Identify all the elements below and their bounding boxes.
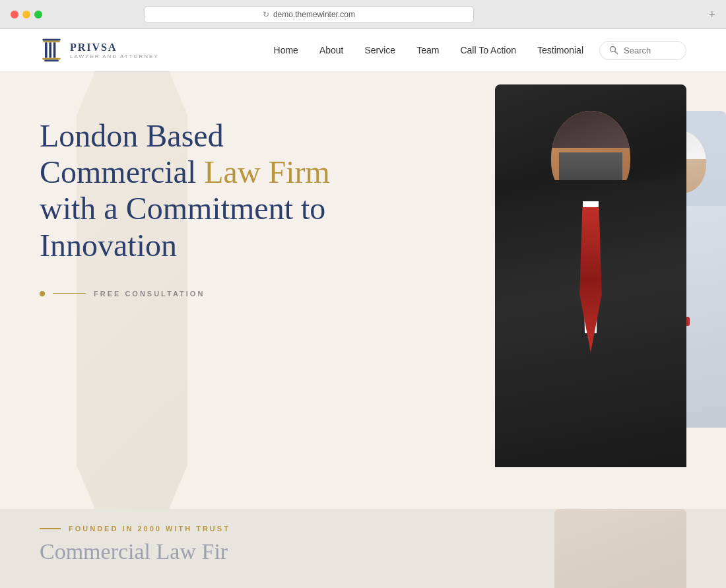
bottom-headline: Commercial Law Fir bbox=[40, 539, 686, 564]
svg-line-8 bbox=[615, 51, 618, 54]
close-button[interactable] bbox=[11, 11, 18, 18]
svg-rect-5 bbox=[44, 60, 59, 62]
hair bbox=[551, 111, 630, 148]
browser-chrome: ↻ demo.themewinter.com + bbox=[0, 0, 726, 29]
bottom-section: FOUNDED IN 2000 WITH TRUST Commercial La… bbox=[0, 509, 726, 588]
cta-line-bar bbox=[53, 293, 86, 294]
search-input[interactable] bbox=[624, 46, 676, 55]
nav-link-about[interactable]: About bbox=[319, 45, 344, 55]
headline-line1: London Based bbox=[40, 118, 224, 153]
fullscreen-button[interactable] bbox=[34, 11, 42, 18]
headline-line3: with a Commitment to bbox=[40, 191, 325, 226]
nav-item-team[interactable]: Team bbox=[416, 44, 439, 56]
url-text: demo.themewinter.com bbox=[273, 10, 355, 19]
headline-line2-accent: Law Firm bbox=[204, 154, 330, 189]
navbar: PRIVSA LAWYER AND ATTORNEY Home About Se… bbox=[0, 29, 726, 71]
nav-links: Home About Service Team Call To Action T… bbox=[274, 44, 583, 56]
hero-section: London Based Commercial Law Firm with a … bbox=[0, 71, 726, 509]
refresh-icon: ↻ bbox=[263, 10, 269, 19]
founded-dash bbox=[40, 528, 61, 529]
search-bar[interactable] bbox=[599, 41, 686, 60]
hero-image bbox=[442, 71, 726, 509]
logo[interactable]: PRIVSA LAWYER AND ATTORNEY bbox=[40, 37, 159, 63]
logo-name: PRIVSA bbox=[70, 42, 159, 53]
nav-item-about[interactable]: About bbox=[319, 44, 344, 56]
headline-line2-normal: Commercial bbox=[40, 154, 204, 189]
minimize-button[interactable] bbox=[22, 11, 30, 18]
logo-text: PRIVSA LAWYER AND ATTORNEY bbox=[70, 42, 159, 59]
url-bar[interactable]: ↻ demo.themewinter.com bbox=[144, 6, 474, 23]
nav-link-cta[interactable]: Call To Action bbox=[460, 45, 516, 55]
website-content: PRIVSA LAWYER AND ATTORNEY Home About Se… bbox=[0, 29, 726, 588]
person-main bbox=[495, 84, 686, 467]
hero-content: London Based Commercial Law Firm with a … bbox=[0, 71, 449, 298]
nav-link-home[interactable]: Home bbox=[274, 45, 298, 55]
search-icon bbox=[609, 46, 618, 55]
svg-rect-2 bbox=[49, 42, 51, 58]
nav-link-team[interactable]: Team bbox=[416, 45, 439, 55]
svg-rect-0 bbox=[43, 40, 59, 42]
hero-headline: London Based Commercial Law Firm with a … bbox=[40, 117, 409, 263]
nav-item-cta[interactable]: Call To Action bbox=[460, 44, 516, 56]
nav-item-testimonial[interactable]: Testimonial bbox=[537, 44, 583, 56]
new-tab-button[interactable]: + bbox=[709, 9, 715, 20]
nav-item-home[interactable]: Home bbox=[274, 44, 298, 56]
logo-tagline: LAWYER AND ATTORNEY bbox=[70, 53, 159, 59]
nav-link-testimonial[interactable]: Testimonial bbox=[537, 45, 583, 55]
nav-link-service[interactable]: Service bbox=[364, 45, 395, 55]
svg-rect-1 bbox=[45, 42, 48, 58]
svg-rect-3 bbox=[53, 42, 56, 58]
logo-icon bbox=[40, 37, 63, 63]
nav-item-service[interactable]: Service bbox=[364, 44, 395, 56]
svg-rect-6 bbox=[42, 39, 60, 41]
founded-label: FOUNDED IN 2000 WITH TRUST bbox=[69, 525, 230, 533]
headline-line4: Innovation bbox=[40, 228, 177, 263]
svg-rect-4 bbox=[42, 58, 60, 60]
cta-bullet bbox=[40, 291, 45, 296]
traffic-lights bbox=[11, 11, 42, 18]
hero-cta-line: FREE CONSULTATION bbox=[40, 290, 409, 298]
cta-label[interactable]: FREE CONSULTATION bbox=[94, 290, 205, 298]
